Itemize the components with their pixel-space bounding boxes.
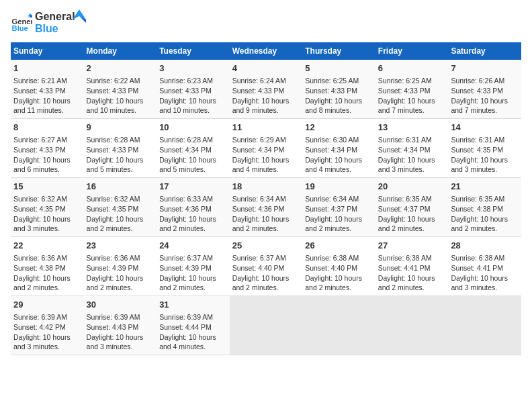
day-info: Sunrise: 6:30 AMSunset: 4:34 PMDaylight:…	[305, 135, 373, 175]
calendar-cell: 14Sunrise: 6:31 AMSunset: 4:35 PMDayligh…	[448, 119, 521, 178]
day-number: 17	[159, 181, 227, 193]
day-info: Sunrise: 6:29 AMSunset: 4:34 PMDaylight:…	[232, 135, 300, 175]
day-number: 16	[87, 181, 154, 193]
day-number: 30	[87, 299, 154, 311]
calendar-cell: 18Sunrise: 6:34 AMSunset: 4:36 PMDayligh…	[230, 178, 303, 237]
day-info: Sunrise: 6:28 AMSunset: 4:34 PMDaylight:…	[159, 135, 227, 175]
calendar-cell: 9Sunrise: 6:28 AMSunset: 4:33 PMDaylight…	[84, 119, 157, 178]
day-info: Sunrise: 6:32 AMSunset: 4:35 PMDaylight:…	[87, 194, 154, 234]
day-info: Sunrise: 6:31 AMSunset: 4:35 PMDaylight:…	[451, 135, 519, 175]
svg-text:Blue: Blue	[12, 24, 28, 32]
day-info: Sunrise: 6:33 AMSunset: 4:36 PMDaylight:…	[159, 194, 227, 234]
day-info: Sunrise: 6:27 AMSunset: 4:33 PMDaylight:…	[13, 135, 81, 175]
calendar-cell: 6Sunrise: 6:25 AMSunset: 4:33 PMDaylight…	[375, 60, 449, 118]
calendar-cell	[302, 295, 375, 355]
logo-text-general: General	[35, 11, 75, 23]
calendar-cell: 10Sunrise: 6:28 AMSunset: 4:34 PMDayligh…	[157, 119, 230, 178]
day-number: 8	[13, 122, 81, 134]
calendar-cell: 24Sunrise: 6:37 AMSunset: 4:39 PMDayligh…	[157, 237, 230, 296]
day-number: 31	[159, 299, 227, 311]
day-number: 7	[451, 62, 519, 75]
day-number: 22	[13, 240, 81, 252]
col-header-saturday: Saturday	[448, 42, 521, 60]
calendar-cell: 23Sunrise: 6:36 AMSunset: 4:39 PMDayligh…	[84, 237, 157, 296]
day-info: Sunrise: 6:36 AMSunset: 4:39 PMDaylight:…	[87, 253, 154, 293]
calendar-cell: 20Sunrise: 6:35 AMSunset: 4:37 PMDayligh…	[375, 178, 449, 237]
calendar-week-row: 15Sunrise: 6:32 AMSunset: 4:35 PMDayligh…	[11, 178, 521, 237]
calendar-cell: 1Sunrise: 6:21 AMSunset: 4:33 PMDaylight…	[11, 60, 84, 118]
day-info: Sunrise: 6:38 AMSunset: 4:41 PMDaylight:…	[451, 253, 519, 293]
day-number: 15	[13, 181, 81, 193]
calendar-cell: 15Sunrise: 6:32 AMSunset: 4:35 PMDayligh…	[11, 178, 84, 237]
day-info: Sunrise: 6:35 AMSunset: 4:37 PMDaylight:…	[378, 194, 446, 234]
calendar-cell: 12Sunrise: 6:30 AMSunset: 4:34 PMDayligh…	[302, 119, 375, 178]
day-number: 3	[159, 62, 227, 75]
day-number: 9	[87, 122, 154, 134]
day-info: Sunrise: 6:32 AMSunset: 4:35 PMDaylight:…	[13, 194, 81, 234]
calendar-cell	[230, 295, 303, 355]
day-number: 23	[87, 240, 154, 252]
day-info: Sunrise: 6:28 AMSunset: 4:33 PMDaylight:…	[87, 135, 154, 175]
day-info: Sunrise: 6:36 AMSunset: 4:38 PMDaylight:…	[13, 253, 81, 293]
day-info: Sunrise: 6:34 AMSunset: 4:37 PMDaylight:…	[305, 194, 373, 234]
day-number: 10	[159, 122, 227, 134]
day-number: 6	[378, 62, 446, 75]
calendar-cell: 17Sunrise: 6:33 AMSunset: 4:36 PMDayligh…	[157, 178, 230, 237]
col-header-wednesday: Wednesday	[230, 42, 303, 60]
day-info: Sunrise: 6:24 AMSunset: 4:33 PMDaylight:…	[232, 76, 300, 116]
day-number: 27	[378, 240, 446, 252]
day-number: 18	[232, 181, 300, 193]
day-number: 2	[87, 62, 154, 75]
calendar-header-row: SundayMondayTuesdayWednesdayThursdayFrid…	[11, 42, 521, 60]
logo-bird-icon	[73, 9, 86, 30]
day-info: Sunrise: 6:22 AMSunset: 4:33 PMDaylight:…	[87, 76, 154, 116]
day-number: 19	[305, 181, 373, 193]
day-info: Sunrise: 6:26 AMSunset: 4:33 PMDaylight:…	[451, 76, 519, 116]
col-header-monday: Monday	[84, 42, 157, 60]
day-number: 12	[305, 122, 373, 134]
day-number: 11	[232, 122, 300, 134]
day-info: Sunrise: 6:38 AMSunset: 4:41 PMDaylight:…	[378, 253, 446, 293]
page-header: General Blue General Blue	[11, 11, 521, 34]
calendar-cell: 13Sunrise: 6:31 AMSunset: 4:34 PMDayligh…	[375, 119, 449, 178]
calendar-cell: 16Sunrise: 6:32 AMSunset: 4:35 PMDayligh…	[84, 178, 157, 237]
day-number: 20	[378, 181, 446, 193]
calendar-cell: 28Sunrise: 6:38 AMSunset: 4:41 PMDayligh…	[448, 237, 521, 296]
day-number: 4	[232, 62, 300, 75]
day-info: Sunrise: 6:37 AMSunset: 4:39 PMDaylight:…	[159, 253, 227, 293]
calendar-cell	[448, 295, 521, 355]
day-number: 1	[13, 62, 81, 75]
day-info: Sunrise: 6:34 AMSunset: 4:36 PMDaylight:…	[232, 194, 300, 234]
col-header-sunday: Sunday	[11, 42, 84, 60]
day-info: Sunrise: 6:38 AMSunset: 4:40 PMDaylight:…	[305, 253, 373, 293]
day-info: Sunrise: 6:25 AMSunset: 4:33 PMDaylight:…	[305, 76, 373, 116]
calendar-cell: 31Sunrise: 6:39 AMSunset: 4:44 PMDayligh…	[157, 295, 230, 355]
day-number: 24	[159, 240, 227, 252]
day-info: Sunrise: 6:23 AMSunset: 4:33 PMDaylight:…	[159, 76, 227, 116]
calendar-cell: 5Sunrise: 6:25 AMSunset: 4:33 PMDaylight…	[302, 60, 375, 118]
day-info: Sunrise: 6:21 AMSunset: 4:33 PMDaylight:…	[13, 76, 81, 116]
col-header-thursday: Thursday	[302, 42, 375, 60]
day-number: 28	[451, 240, 519, 252]
day-info: Sunrise: 6:35 AMSunset: 4:38 PMDaylight:…	[451, 194, 519, 234]
calendar-cell: 26Sunrise: 6:38 AMSunset: 4:40 PMDayligh…	[302, 237, 375, 296]
calendar-cell: 7Sunrise: 6:26 AMSunset: 4:33 PMDaylight…	[448, 60, 521, 118]
day-number: 29	[13, 299, 81, 311]
calendar-table: SundayMondayTuesdayWednesdayThursdayFrid…	[11, 42, 521, 355]
calendar-cell: 4Sunrise: 6:24 AMSunset: 4:33 PMDaylight…	[230, 60, 303, 118]
calendar-cell: 30Sunrise: 6:39 AMSunset: 4:43 PMDayligh…	[84, 295, 157, 355]
day-number: 5	[305, 62, 373, 75]
calendar-cell: 21Sunrise: 6:35 AMSunset: 4:38 PMDayligh…	[448, 178, 521, 237]
day-number: 13	[378, 122, 446, 134]
day-number: 14	[451, 122, 519, 134]
calendar-week-row: 8Sunrise: 6:27 AMSunset: 4:33 PMDaylight…	[11, 119, 521, 178]
logo-icon: General Blue	[11, 12, 32, 34]
calendar-cell: 3Sunrise: 6:23 AMSunset: 4:33 PMDaylight…	[157, 60, 230, 118]
day-info: Sunrise: 6:39 AMSunset: 4:42 PMDaylight:…	[13, 312, 81, 352]
calendar-cell: 8Sunrise: 6:27 AMSunset: 4:33 PMDaylight…	[11, 119, 84, 178]
day-info: Sunrise: 6:37 AMSunset: 4:40 PMDaylight:…	[232, 253, 300, 293]
calendar-week-row: 29Sunrise: 6:39 AMSunset: 4:42 PMDayligh…	[11, 295, 521, 355]
svg-marker-4	[73, 9, 86, 19]
calendar-week-row: 22Sunrise: 6:36 AMSunset: 4:38 PMDayligh…	[11, 237, 521, 296]
day-number: 26	[305, 240, 373, 252]
